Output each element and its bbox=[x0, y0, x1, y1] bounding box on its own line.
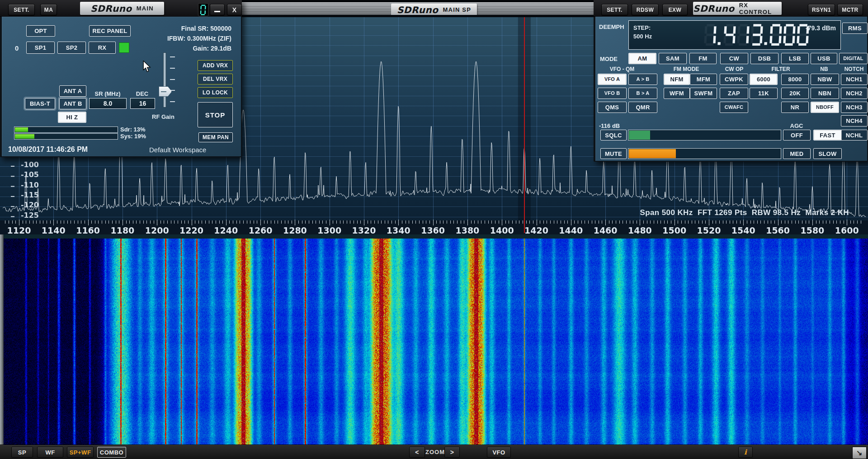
rx-a-b-button[interactable]: A > B bbox=[628, 74, 657, 85]
rx-vfo-b-button[interactable]: VFO B bbox=[598, 88, 627, 99]
main-settings-button[interactable]: SETT. bbox=[8, 4, 35, 15]
agc-label: AGC bbox=[781, 122, 812, 129]
sp-wf-view-button[interactable]: SP+WF bbox=[67, 447, 94, 458]
rx-qms-button[interactable]: QMS bbox=[598, 102, 627, 113]
rx-nfm-button[interactable]: NFM bbox=[664, 74, 690, 85]
rx-cwpk-button[interactable]: CWPK bbox=[720, 74, 748, 85]
agc-off-button[interactable]: OFF bbox=[783, 130, 811, 141]
ifbw-label: IFBW: 0.300MHz (ZIF) bbox=[118, 35, 231, 42]
rx-vfo-a-button[interactable]: VFO A bbox=[598, 74, 627, 85]
sp-view-button[interactable]: SP bbox=[11, 447, 33, 458]
rx-b-a-button[interactable]: B > A bbox=[628, 88, 657, 99]
mode-label: MODE bbox=[600, 56, 618, 62]
mode-fm-button[interactable]: FM bbox=[689, 53, 717, 64]
wf-view-button[interactable]: WF bbox=[37, 447, 63, 458]
rx-11k-button[interactable]: 11K bbox=[750, 88, 778, 99]
mode-lsb-button[interactable]: LSB bbox=[781, 53, 809, 64]
slider-handle-grip bbox=[161, 91, 166, 92]
rx-button[interactable]: RX bbox=[89, 42, 116, 54]
mode-sam-button[interactable]: SAM bbox=[659, 53, 687, 64]
rx-20k-button[interactable]: 20K bbox=[781, 88, 809, 99]
sp2-button[interactable]: SP2 bbox=[57, 42, 86, 54]
zoom-out-button[interactable]: < bbox=[409, 447, 425, 458]
sdruno-screen: SDRuno MAIN SP Span 500 KHz FFT 1269 Pts… bbox=[0, 0, 868, 459]
squelch-fill bbox=[629, 131, 650, 140]
exw-button[interactable]: EXW bbox=[662, 4, 688, 15]
window-title: MAIN bbox=[137, 5, 154, 12]
agc-fast-button[interactable]: FAST bbox=[813, 130, 842, 141]
rx-nbn-button[interactable]: NBN bbox=[811, 88, 839, 99]
rx-swfm-button[interactable]: SWFM bbox=[690, 88, 717, 99]
mode-am-button[interactable]: AM bbox=[628, 53, 656, 64]
mode-digital-button[interactable]: DIGITAL bbox=[839, 53, 868, 64]
step-value[interactable]: 500 Hz bbox=[633, 33, 652, 40]
mctr-button[interactable]: MCTR bbox=[837, 4, 863, 15]
combo-view-button[interactable]: COMBO bbox=[97, 447, 126, 458]
sqlc-button[interactable]: SQLC bbox=[600, 130, 627, 141]
rx-nch4-button[interactable]: NCH4 bbox=[841, 115, 868, 126]
deemph-button[interactable]: DEEMPH bbox=[599, 23, 624, 30]
minimize-button[interactable] bbox=[210, 4, 225, 15]
mode-cw-button[interactable]: CW bbox=[720, 53, 748, 64]
sdr-load-fill bbox=[15, 127, 28, 132]
rsyn1-button[interactable]: RSYN1 bbox=[808, 4, 835, 15]
rx-nr-button[interactable]: NR bbox=[781, 102, 809, 113]
rx-wfm-button[interactable]: WFM bbox=[664, 88, 690, 99]
rx-nch3-button[interactable]: NCH3 bbox=[841, 102, 868, 113]
vfo-button[interactable]: VFO bbox=[487, 447, 511, 458]
main-sp-title-badge: SDRuno MAIN SP bbox=[391, 4, 477, 16]
sys-load-label: Sys: 19% bbox=[120, 133, 146, 140]
rx-titlebar[interactable]: SETT. RDSW EXW SDRuno RX CONTROL RSYN1 M… bbox=[594, 0, 868, 17]
del-vrx-button[interactable]: DEL VRX bbox=[198, 74, 233, 84]
rx-nboff-button[interactable]: NBOFF bbox=[811, 102, 839, 113]
sdruno-logo: SDRuno bbox=[693, 3, 735, 14]
rx-8000-button[interactable]: 8000 bbox=[781, 74, 809, 85]
nchl-button[interactable]: NCHL bbox=[841, 130, 868, 141]
rx-mfm-button[interactable]: MFM bbox=[690, 74, 717, 85]
main-ma-button[interactable]: MA bbox=[40, 4, 57, 15]
sdr-load-bar bbox=[14, 126, 118, 133]
rx-qmr-button[interactable]: QMR bbox=[628, 102, 657, 113]
squelch-level-label: -116 dB bbox=[599, 122, 620, 129]
rx-settings-button[interactable]: SETT. bbox=[601, 4, 628, 15]
rx-cwafc-button[interactable]: CWAFC bbox=[720, 102, 748, 113]
mode-usb-button[interactable]: USB bbox=[811, 53, 837, 64]
squelch-bar[interactable] bbox=[628, 130, 781, 141]
stop-button[interactable]: STOP bbox=[198, 102, 233, 127]
rms-button[interactable]: RMS bbox=[842, 23, 868, 34]
waterfall-display[interactable] bbox=[0, 239, 868, 445]
rx-nch1-button[interactable]: NCH1 bbox=[841, 74, 868, 85]
volume-bar[interactable] bbox=[628, 148, 781, 159]
add-vrx-button[interactable]: ADD VRX bbox=[198, 60, 233, 71]
mode-dsb-button[interactable]: DSB bbox=[750, 53, 778, 64]
ant-a-button[interactable]: ANT A bbox=[59, 85, 86, 97]
hi-z-button[interactable]: HI Z bbox=[58, 112, 86, 123]
agc-slow-button[interactable]: SLOW bbox=[813, 148, 842, 159]
mem-pan-button[interactable]: MEM PAN bbox=[198, 132, 233, 142]
rx-zap-button[interactable]: ZAP bbox=[720, 88, 748, 99]
ant-b-button[interactable]: ANT B bbox=[59, 98, 86, 109]
bias-t-button[interactable]: BIAS-T bbox=[25, 98, 55, 109]
rx-6000-button[interactable]: 6000 bbox=[750, 74, 778, 85]
zoom-in-button[interactable]: > bbox=[444, 447, 460, 458]
lo-lock-button[interactable]: LO LOCK bbox=[198, 87, 233, 98]
seven-segment-digit bbox=[200, 5, 207, 15]
opt-button[interactable]: OPT bbox=[26, 25, 55, 37]
resize-grip[interactable]: ↘ bbox=[852, 446, 867, 459]
mute-button[interactable]: MUTE bbox=[600, 148, 627, 159]
sr-value-box[interactable]: 8.0 bbox=[89, 98, 127, 109]
main-titlebar[interactable]: SETT. MA SDRuno MAIN X bbox=[0, 0, 242, 17]
rf-gain-slider-track[interactable] bbox=[163, 52, 166, 108]
agc-med-button[interactable]: MED bbox=[783, 148, 811, 159]
rx-title-badge: SDRuno RX CONTROL bbox=[693, 2, 782, 15]
rx-nch2-button[interactable]: NCH2 bbox=[841, 88, 868, 99]
rf-gain-label: RF Gain bbox=[152, 113, 175, 120]
close-icon[interactable]: X bbox=[227, 4, 242, 15]
info-button[interactable]: i bbox=[738, 447, 753, 458]
rx-nbw-button[interactable]: NBW bbox=[811, 74, 839, 85]
frequency-display[interactable]: STEP: 500 Hz -79.3 dBm bbox=[628, 20, 841, 50]
rdsw-button[interactable]: RDSW bbox=[632, 4, 659, 15]
dec-value-box[interactable]: 16 bbox=[130, 98, 155, 109]
step-label: STEP: bbox=[633, 24, 651, 31]
sp1-button[interactable]: SP1 bbox=[26, 42, 55, 54]
